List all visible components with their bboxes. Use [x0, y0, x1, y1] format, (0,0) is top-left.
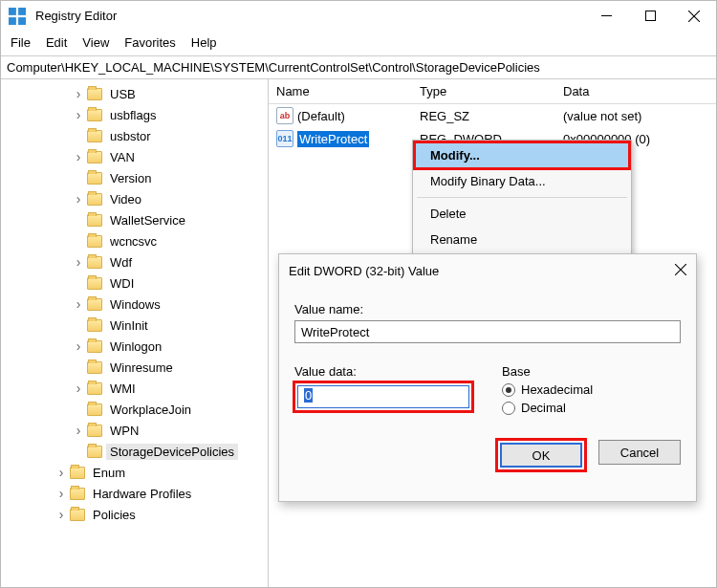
- expand-icon[interactable]: [54, 507, 68, 522]
- tree-item[interactable]: WDI: [1, 272, 268, 294]
- tree-label: WinInit: [106, 317, 152, 334]
- tree-item[interactable]: VAN: [1, 146, 268, 167]
- expand-icon[interactable]: [54, 486, 68, 501]
- folder-icon: [70, 467, 85, 479]
- titlebar: Registry Editor: [1, 1, 716, 32]
- tree-label: Wdf: [106, 254, 136, 271]
- tree-item[interactable]: usbflags: [1, 104, 268, 125]
- tree-item[interactable]: Video: [1, 188, 268, 209]
- tree-item[interactable]: Hardware Profiles: [1, 483, 268, 504]
- tree-item[interactable]: WorkplaceJoin: [1, 399, 268, 420]
- tree-label: Windows: [106, 296, 164, 313]
- folder-icon: [87, 256, 102, 269]
- folder-icon: [87, 109, 102, 121]
- tree-label: WDI: [106, 275, 138, 292]
- ok-button[interactable]: OK: [500, 443, 582, 468]
- expand-icon[interactable]: [54, 465, 68, 480]
- tree-item[interactable]: USB: [1, 83, 268, 104]
- base-label: Base: [502, 364, 681, 379]
- tree-scroll[interactable]: USBusbflagsusbstorVANVersionVideoWalletS…: [1, 79, 268, 587]
- tree-item[interactable]: StorageDevicePolicies: [1, 441, 268, 462]
- tree-label: Version: [106, 170, 155, 186]
- radio-hex[interactable]: [502, 383, 515, 397]
- dialog-close-button[interactable]: [675, 264, 686, 278]
- tree-item[interactable]: Version: [1, 167, 268, 188]
- ctx-delete[interactable]: Delete: [415, 201, 629, 227]
- tree-label: Winlogon: [106, 338, 165, 355]
- tree-label: WorkplaceJoin: [106, 402, 195, 418]
- expand-icon[interactable]: [72, 254, 85, 270]
- tree-item[interactable]: WPN: [1, 420, 268, 441]
- menu-edit[interactable]: Edit: [40, 33, 73, 52]
- tree-item[interactable]: Enum: [1, 462, 268, 483]
- cancel-button[interactable]: Cancel: [598, 440, 681, 465]
- folder-icon: [87, 361, 102, 374]
- tree-item[interactable]: Wdf: [1, 251, 268, 272]
- value-name-input[interactable]: [294, 320, 681, 343]
- menubar: File Edit View Favorites Help: [1, 32, 716, 55]
- tree-label: VAN: [106, 149, 139, 165]
- radio-hex-row[interactable]: Hexadecimal: [502, 382, 681, 397]
- address-bar[interactable]: Computer\HKEY_LOCAL_MACHINE\SYSTEM\Curre…: [1, 55, 716, 79]
- svg-rect-0: [9, 8, 16, 15]
- tree-label: Winresume: [106, 359, 177, 376]
- tree-item[interactable]: WMI: [1, 378, 268, 399]
- value-name-label: Value name:: [294, 302, 681, 316]
- expand-icon[interactable]: [72, 86, 85, 101]
- expand-icon[interactable]: [72, 149, 85, 164]
- tree-label: Video: [106, 191, 145, 207]
- svg-rect-5: [645, 11, 655, 21]
- folder-icon: [87, 319, 102, 332]
- col-header-type[interactable]: Type: [412, 80, 555, 102]
- radio-dec-row[interactable]: Decimal: [502, 401, 681, 415]
- menu-help[interactable]: Help: [185, 33, 223, 52]
- folder-icon: [87, 172, 102, 185]
- menu-file[interactable]: File: [5, 33, 36, 52]
- tree-label: USB: [106, 86, 140, 102]
- value-data-input[interactable]: 0: [297, 385, 469, 408]
- tree-label: WPN: [106, 423, 142, 439]
- expand-icon[interactable]: [72, 338, 85, 354]
- value-row[interactable]: ab(Default)REG_SZ(value not set): [269, 104, 716, 127]
- tree-label: usbstor: [106, 128, 155, 144]
- tree-item[interactable]: Winlogon: [1, 336, 268, 357]
- value-name: WriteProtect: [297, 131, 369, 147]
- tree-label: Enum: [89, 465, 129, 481]
- tree-label: wcncsvc: [106, 233, 161, 250]
- menu-view[interactable]: View: [76, 33, 115, 52]
- close-button[interactable]: [672, 1, 716, 32]
- expand-icon[interactable]: [72, 191, 85, 207]
- edit-dword-dialog: Edit DWORD (32-bit) Value Value name: Va…: [278, 253, 697, 502]
- col-header-name[interactable]: Name: [269, 80, 412, 102]
- ctx-rename[interactable]: Rename: [415, 227, 629, 252]
- ctx-modify-binary[interactable]: Modify Binary Data...: [415, 168, 629, 194]
- expand-icon[interactable]: [72, 107, 85, 122]
- minimize-button[interactable]: [584, 1, 628, 32]
- ctx-sep: [417, 197, 627, 198]
- list-header: Name Type Data: [269, 79, 716, 104]
- col-header-data[interactable]: Data: [555, 80, 716, 102]
- expand-icon[interactable]: [72, 423, 85, 438]
- app-icon: [9, 8, 26, 25]
- svg-rect-2: [9, 17, 16, 25]
- folder-icon: [87, 446, 102, 458]
- string-icon: ab: [276, 107, 293, 124]
- tree-item[interactable]: wcncsvc: [1, 230, 268, 251]
- tree-item[interactable]: Winresume: [1, 357, 268, 378]
- maximize-button[interactable]: [628, 1, 672, 32]
- value-name: (Default): [297, 109, 345, 123]
- tree-item[interactable]: Windows: [1, 294, 268, 315]
- tree-item[interactable]: Policies: [1, 504, 268, 525]
- expand-icon[interactable]: [72, 296, 85, 312]
- tree-item[interactable]: WinInit: [1, 315, 268, 336]
- tree-item[interactable]: WalletService: [1, 209, 268, 230]
- folder-icon: [87, 403, 102, 416]
- expand-icon[interactable]: [72, 381, 85, 396]
- value-data: (value not set): [555, 107, 716, 125]
- radio-dec[interactable]: [502, 402, 515, 415]
- tree-item[interactable]: usbstor: [1, 125, 268, 146]
- ctx-modify[interactable]: Modify...: [415, 142, 629, 168]
- folder-icon: [87, 151, 102, 163]
- tree-label: WMI: [106, 381, 140, 397]
- menu-favorites[interactable]: Favorites: [119, 33, 181, 52]
